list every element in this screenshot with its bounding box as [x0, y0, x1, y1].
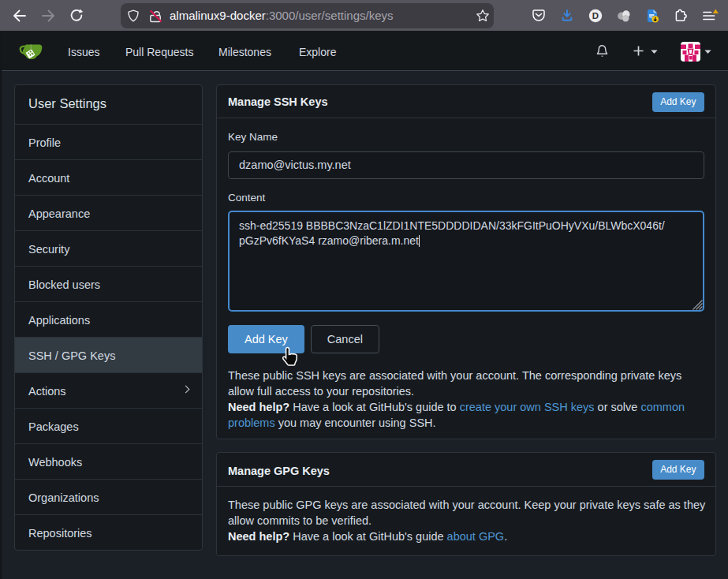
svg-text:D: D [592, 11, 599, 21]
